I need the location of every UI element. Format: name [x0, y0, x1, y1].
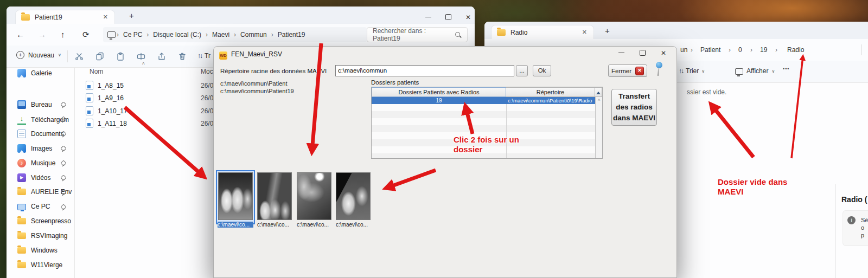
- delete-icon[interactable]: [178, 52, 187, 61]
- rename-icon[interactable]: [137, 52, 145, 61]
- empty-folder-text: ssier est vide.: [687, 88, 726, 96]
- new-tab-button[interactable]: +: [605, 26, 610, 35]
- breadcrumb-radio[interactable]: Radio: [784, 46, 807, 54]
- breadcrumb-disque-local[interactable]: Disque local (C:): [150, 31, 205, 38]
- chevron-icon: ›: [116, 31, 120, 38]
- file-row[interactable]: 1_A8_15: [86, 81, 124, 90]
- column-header-modifie[interactable]: Moc: [201, 68, 213, 75]
- thumbnail-caption: c:\maevi\co...: [218, 222, 253, 228]
- dialog-minimize-button[interactable]: [618, 53, 624, 54]
- tab-strip: Radio ✕ +: [484, 22, 868, 39]
- pushpin-icon[interactable]: [654, 61, 663, 78]
- sort-button[interactable]: ↑↓ Tr: [197, 52, 210, 60]
- maximize-button[interactable]: [445, 14, 451, 20]
- file-row[interactable]: 1_A11_18: [86, 119, 127, 128]
- chevron-down-icon: ∨: [701, 69, 705, 74]
- sidebar-label: Bureau: [31, 101, 52, 108]
- file-name: 1_A10_17: [98, 107, 127, 115]
- ok-button[interactable]: Ok: [533, 65, 551, 76]
- tab-close-icon[interactable]: ✕: [581, 29, 588, 36]
- breadcrumb-0[interactable]: 0: [735, 46, 745, 54]
- cut-icon[interactable]: [75, 52, 84, 61]
- file-row[interactable]: 1_A9_16: [86, 93, 124, 102]
- breadcrumb-patient[interactable]: Patient: [697, 46, 724, 54]
- new-label: Nouveau: [28, 51, 54, 59]
- browse-button[interactable]: ...: [516, 65, 528, 76]
- sidebar-item-documents[interactable]: Documents: [17, 130, 64, 138]
- column-header-nom[interactable]: Nom: [90, 68, 103, 75]
- chevron-icon: ›: [749, 46, 754, 54]
- pane-splitter[interactable]: [74, 68, 75, 278]
- sidebar-item-images[interactable]: Images: [17, 144, 52, 153]
- pin-icon: [60, 175, 66, 182]
- sidebar-label: Windows: [31, 247, 58, 254]
- file-date: 26/0: [201, 120, 213, 127]
- xray-thumbnail-4[interactable]: [336, 172, 371, 220]
- transfer-radios-button[interactable]: Transfert des radios dans MAEVI: [611, 89, 657, 126]
- forward-button[interactable]: →: [38, 30, 46, 39]
- xray-thumbnail-3[interactable]: [297, 172, 331, 220]
- folder-icon: [17, 189, 26, 195]
- table-header-dossiers[interactable]: Dossiers Patients avec Radios: [372, 87, 506, 97]
- address-bar[interactable]: › Ce PC › Disque local (C:) › Maevi › Co…: [103, 27, 367, 42]
- sidebar-label: Musique: [31, 159, 55, 167]
- back-button[interactable]: ←: [16, 30, 24, 39]
- table-header-repertoire[interactable]: Répertoire: [506, 87, 595, 97]
- fermer-button[interactable]: Fermer ✕: [608, 64, 647, 77]
- search-icon: [455, 31, 462, 38]
- breadcrumb-ce-pc[interactable]: Ce PC: [120, 31, 145, 38]
- copy-icon[interactable]: [95, 52, 104, 61]
- minimize-button[interactable]: [425, 17, 431, 18]
- sidebar-item-windows[interactable]: Windows: [17, 247, 58, 254]
- tab-radio[interactable]: Radio ✕: [491, 25, 594, 39]
- xray-thumbnail-1[interactable]: [218, 172, 253, 220]
- up-button[interactable]: ↑: [61, 30, 65, 39]
- table-row-selected[interactable]: 19 c:\maevi\commun\Patient\0\19\Radio: [372, 97, 595, 104]
- new-tab-button[interactable]: +: [129, 11, 134, 20]
- sidebar-item-ce-pc[interactable]: Ce PC: [17, 203, 50, 210]
- view-icon: [735, 68, 743, 75]
- refresh-button[interactable]: ⟳: [82, 30, 90, 40]
- this-pc-icon: [107, 31, 116, 38]
- root-dir-input[interactable]: c:\maevi\commun: [335, 65, 514, 76]
- tab-patient19[interactable]: Patient19 ✕: [15, 10, 115, 24]
- sidebar-label: Vidéos: [31, 174, 50, 182]
- search-input[interactable]: Rechercher dans : Patient19: [367, 27, 468, 42]
- view-button[interactable]: Afficher ∨: [735, 67, 775, 75]
- file-name: 1_A8_15: [98, 82, 124, 89]
- sidebar-item-w11vierge[interactable]: W11Vierge: [17, 261, 62, 269]
- breadcrumb-patient19[interactable]: Patient19: [275, 31, 309, 38]
- sidebar-item-galerie[interactable]: Galerie: [17, 69, 52, 77]
- file-date: 26/0: [201, 82, 213, 89]
- new-button[interactable]: + Nouveau ∨: [16, 51, 61, 59]
- sidebar-item-bureau[interactable]: Bureau: [17, 100, 52, 109]
- dialog-maximize-button[interactable]: [640, 50, 646, 56]
- file-icon: [86, 106, 93, 115]
- breadcrumb-partial[interactable]: un: [677, 46, 691, 54]
- dialog-close-button[interactable]: ✕: [661, 50, 666, 56]
- sort-label-partial: Tr: [205, 52, 210, 60]
- breadcrumb-commun[interactable]: Commun: [237, 31, 270, 38]
- breadcrumb-19[interactable]: 19: [757, 46, 770, 54]
- dialog-window-controls: ✕: [618, 50, 666, 56]
- table-scrollbar[interactable]: ^: [595, 97, 602, 158]
- details-info-text: Sé o p: [861, 216, 868, 240]
- sidebar-item-rsvimaging[interactable]: RSVImaging: [17, 232, 67, 240]
- close-button[interactable]: ✕: [465, 15, 471, 20]
- image-icon: [17, 144, 26, 153]
- xray-thumbnail-2[interactable]: [257, 172, 292, 220]
- navigation-bar: ← → ↑ ⟳ › Ce PC › Disque local (C:) › Ma…: [7, 24, 475, 46]
- pin-icon: [60, 204, 66, 211]
- sort-button[interactable]: ↑↓ Trier ∨: [679, 67, 705, 75]
- sidebar-item-musique[interactable]: ♪ Musique: [17, 159, 55, 167]
- sidebar-item-screenpresso[interactable]: Screenpresso: [17, 217, 71, 225]
- sidebar-item-videos[interactable]: ▶ Vidéos: [17, 173, 50, 182]
- breadcrumb-maevi[interactable]: Maevi: [209, 31, 233, 38]
- folder-icon: [17, 232, 26, 239]
- sidebar-label: W11Vierge: [31, 261, 62, 269]
- more-options-button[interactable]: •••: [783, 66, 789, 72]
- tab-close-icon[interactable]: ✕: [102, 14, 109, 21]
- file-row[interactable]: 1_A10_17: [86, 106, 127, 115]
- paste-icon[interactable]: [116, 52, 125, 61]
- share-icon[interactable]: [157, 52, 166, 61]
